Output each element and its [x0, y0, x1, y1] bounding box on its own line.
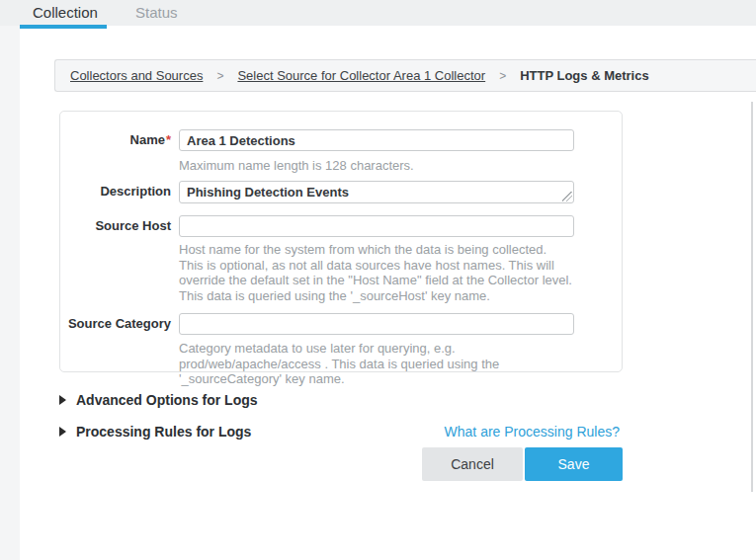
scrollbar-track[interactable] — [751, 102, 753, 492]
source-category-helper-text: Category metadata to use later for query… — [179, 341, 572, 387]
name-input[interactable] — [179, 129, 574, 151]
source-form-card: Name* Maximum name length is 128 charact… — [59, 111, 623, 372]
expand-triangle-icon — [59, 427, 66, 437]
source-host-label: Source Host — [60, 215, 171, 237]
advanced-options-label: Advanced Options for Logs — [76, 392, 258, 408]
name-label-text: Name — [130, 132, 165, 147]
source-config-page: Collection Status Collectors and Sources… — [0, 0, 756, 560]
processing-rules-section-toggle[interactable]: Processing Rules for Logs — [59, 424, 251, 440]
what-are-processing-rules-link[interactable]: What are Processing Rules? — [445, 424, 620, 440]
breadcrumb-select-source[interactable]: Select Source for Collector Area 1 Colle… — [237, 68, 485, 83]
save-button[interactable]: Save — [525, 447, 623, 481]
source-category-label: Source Category — [60, 313, 171, 335]
expand-triangle-icon — [59, 395, 66, 405]
cancel-button[interactable]: Cancel — [422, 447, 523, 481]
breadcrumb-separator-icon: > — [216, 69, 223, 83]
breadcrumb: Collectors and Sources > Select Source f… — [54, 59, 756, 92]
name-label: Name* — [60, 129, 171, 151]
description-label: Description — [60, 181, 171, 202]
resize-handle-icon[interactable] — [562, 192, 572, 201]
advanced-options-section-toggle[interactable]: Advanced Options for Logs — [59, 392, 258, 408]
name-helper-text: Maximum name length is 128 characters. — [179, 158, 572, 174]
source-host-helper-text: Host name for the system from which the … — [179, 242, 572, 303]
left-gutter — [0, 26, 20, 560]
processing-rules-label: Processing Rules for Logs — [76, 424, 251, 440]
description-textarea[interactable]: Phishing Detection Events — [179, 181, 574, 203]
breadcrumb-collectors-and-sources[interactable]: Collectors and Sources — [70, 68, 203, 83]
tab-status[interactable]: Status — [135, 4, 178, 21]
source-host-input[interactable] — [179, 215, 574, 237]
breadcrumb-current-page: HTTP Logs & Metrics — [520, 68, 649, 83]
source-category-input[interactable] — [179, 313, 574, 335]
active-tab-underline — [20, 25, 107, 29]
tab-bar: Collection Status — [0, 0, 756, 26]
breadcrumb-separator-icon: > — [499, 69, 506, 83]
tab-collection[interactable]: Collection — [33, 4, 98, 21]
required-asterisk: * — [166, 132, 171, 147]
